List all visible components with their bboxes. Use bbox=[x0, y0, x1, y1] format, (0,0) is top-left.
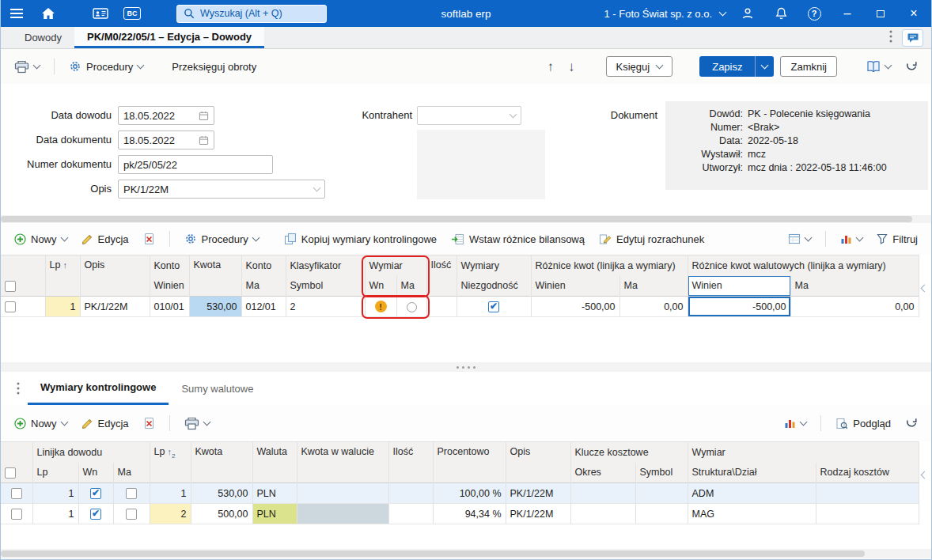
cell-rkw-winien[interactable]: -500,00 bbox=[688, 297, 790, 317]
feedback-button[interactable] bbox=[902, 29, 923, 47]
cell-okres[interactable] bbox=[570, 504, 635, 524]
cell-niezgodnosc[interactable] bbox=[457, 297, 531, 317]
nowy-button[interactable]: Nowy bbox=[10, 414, 71, 433]
help-button[interactable]: ? bbox=[803, 2, 825, 25]
cell-lp[interactable]: 1 bbox=[45, 297, 80, 317]
header-wymiary[interactable]: Wymiary bbox=[457, 255, 531, 276]
calendar-icon[interactable] bbox=[199, 111, 209, 121]
cell-konto-ma[interactable]: 012/01 bbox=[241, 297, 286, 317]
zapisz-dropdown[interactable] bbox=[755, 56, 774, 77]
kontrahent-field[interactable] bbox=[417, 106, 521, 125]
grid-procedures-button[interactable]: Procedury bbox=[180, 229, 263, 248]
edycja-button[interactable]: Edycja bbox=[78, 230, 133, 248]
cell-procentowo[interactable]: 94,34 % bbox=[433, 504, 506, 524]
zapisz-button[interactable]: Zapisz bbox=[699, 56, 774, 77]
cell-rodzaj[interactable] bbox=[816, 483, 919, 504]
delete-button[interactable] bbox=[139, 229, 159, 248]
header-wymiar-ma[interactable]: Ma bbox=[396, 276, 426, 297]
move-up-button[interactable]: ↑ bbox=[544, 57, 559, 77]
tab-kebab-button[interactable] bbox=[889, 30, 892, 45]
cell-struktura[interactable]: ADM bbox=[688, 483, 816, 504]
header-lp[interactable]: Lp↑ bbox=[45, 255, 80, 297]
header-lp2[interactable]: Lp↑2 bbox=[150, 442, 191, 483]
delete-button[interactable] bbox=[139, 414, 159, 433]
cell-waluta[interactable]: PLN bbox=[252, 483, 297, 504]
filtruj-button[interactable]: Filtruj bbox=[873, 230, 922, 248]
row-checkbox[interactable] bbox=[11, 488, 22, 499]
tab-sumy-walutowe[interactable]: Sumy walutowe bbox=[169, 372, 266, 405]
cell-ilosc[interactable] bbox=[388, 504, 433, 524]
cell-procentowo[interactable]: 100,00 % bbox=[433, 483, 506, 504]
header-waluta[interactable]: Waluta bbox=[252, 442, 297, 483]
row-select-cell[interactable] bbox=[1, 483, 32, 504]
header-kwota[interactable]: Kwota bbox=[191, 442, 252, 483]
chart-button[interactable] bbox=[836, 230, 866, 248]
cell-rk-ma[interactable]: 0,00 bbox=[619, 297, 688, 317]
header-struktura[interactable]: Struktura\Dział bbox=[688, 463, 816, 483]
header-wymiar-group[interactable]: Wymiar bbox=[365, 255, 426, 276]
header-wymiar-wn[interactable]: Wn bbox=[365, 276, 396, 297]
data-dokumentu-field[interactable]: 18.05.2022 bbox=[118, 131, 214, 149]
cell-konto-winien[interactable]: 010/01 bbox=[150, 297, 189, 317]
close-button[interactable]: × bbox=[903, 2, 925, 25]
horizontal-scrollbar[interactable] bbox=[1, 215, 931, 223]
header-klasyfikator[interactable]: Klasyfikator bbox=[286, 255, 365, 276]
przeksieguj-button[interactable]: Przeksięguj obroty bbox=[168, 58, 260, 76]
header-linijka-ma[interactable]: Ma bbox=[113, 463, 150, 483]
cell-kwota[interactable]: 500,00 bbox=[191, 504, 252, 524]
cell-kwota-w-walucie[interactable] bbox=[297, 483, 388, 504]
cell-ma[interactable] bbox=[113, 483, 150, 504]
header-symbol[interactable]: Symbol bbox=[635, 463, 688, 483]
view-organizer-button[interactable] bbox=[784, 230, 815, 248]
calendar-icon[interactable] bbox=[199, 135, 209, 146]
header-ma[interactable]: Ma bbox=[241, 276, 286, 297]
modules-button[interactable] bbox=[89, 2, 112, 25]
header-ilosc[interactable]: Ilość bbox=[388, 442, 433, 483]
table-row[interactable]: 1 2 500,00 PLN 94,34 % PK/1/22M MAG bbox=[1, 504, 919, 524]
cell-wymiar-ma[interactable] bbox=[396, 297, 426, 317]
cell-okres[interactable] bbox=[570, 483, 635, 504]
edycja-button[interactable]: Edycja bbox=[78, 414, 133, 433]
cell-symbol[interactable]: 2 bbox=[286, 297, 365, 317]
user-button[interactable] bbox=[737, 2, 759, 25]
cell-rk-winien[interactable]: -500,00 bbox=[531, 297, 619, 317]
cell-opis[interactable]: PK/1/22M bbox=[506, 483, 570, 504]
cell-kwota[interactable]: 530,00 bbox=[189, 297, 241, 317]
header-klucze-group[interactable]: Klucze kosztowe bbox=[570, 442, 688, 463]
ksieguj-button[interactable]: Księguj bbox=[606, 56, 673, 77]
search-input[interactable]: Wyszukaj (Alt + Q) bbox=[176, 5, 327, 23]
header-rkw-winien[interactable]: Winien bbox=[688, 276, 790, 297]
niezgodnosc-checkbox[interactable] bbox=[488, 301, 499, 312]
minimize-button[interactable]: – bbox=[836, 2, 858, 25]
cell-wn[interactable] bbox=[78, 504, 113, 524]
tab-active-document[interactable]: PK/M0/22/05/1 – Edycja – Dowody bbox=[74, 27, 264, 48]
cell-rodzaj[interactable] bbox=[816, 504, 919, 524]
header-procentowo[interactable]: Procentowo bbox=[433, 442, 506, 483]
posting-schemes-button[interactable] bbox=[862, 57, 895, 76]
scroll-left-icon[interactable] bbox=[922, 282, 927, 293]
header-rkw-ma[interactable]: Ma bbox=[790, 276, 919, 297]
cell-opis[interactable]: PK/1/22M bbox=[506, 504, 570, 524]
chart-button[interactable] bbox=[780, 414, 810, 432]
row-checkbox[interactable] bbox=[11, 509, 22, 520]
wn-checkbox[interactable] bbox=[90, 488, 101, 499]
table-row[interactable]: 1 1 530,00 PLN 100,00 % PK/1/22M ADM bbox=[1, 483, 919, 504]
select-all-checkbox[interactable] bbox=[5, 467, 16, 479]
row-select-cell[interactable] bbox=[1, 297, 45, 317]
notifications-button[interactable] bbox=[770, 2, 792, 25]
ma-checkbox[interactable] bbox=[126, 509, 137, 520]
cell-wymiar-wn[interactable]: ! bbox=[365, 297, 396, 317]
header-rk-winien[interactable]: Winien bbox=[531, 276, 619, 297]
header-roznice-kwot-group[interactable]: Różnice kwot (linijka a wymiary) bbox=[531, 255, 688, 276]
procedures-menu-button[interactable]: Procedury bbox=[65, 57, 147, 76]
header-linijka-lp[interactable]: Lp bbox=[32, 463, 78, 483]
header-niezgodnosc[interactable]: Niezgodność bbox=[457, 276, 531, 297]
header-rodzaj[interactable]: Rodzaj kosztów bbox=[816, 463, 919, 483]
cell-kwota-w-walucie[interactable] bbox=[297, 504, 388, 524]
bc-module-button[interactable]: BC bbox=[121, 2, 143, 25]
header-kwota-w-walucie[interactable]: Kwota w walucie bbox=[297, 442, 388, 483]
opis-field[interactable]: PK/1/22M bbox=[118, 180, 325, 199]
panel-splitter[interactable] bbox=[1, 362, 931, 372]
header-opis[interactable]: Opis bbox=[506, 442, 570, 483]
header-symbol[interactable]: Symbol bbox=[286, 276, 365, 297]
